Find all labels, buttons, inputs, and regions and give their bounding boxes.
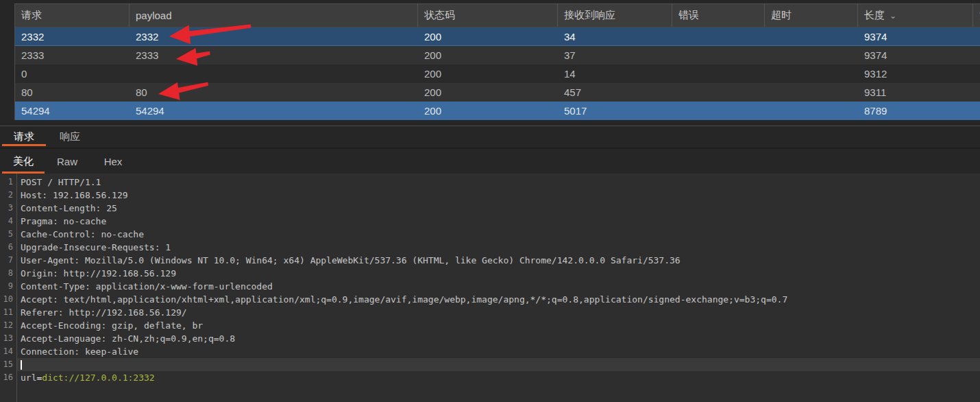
column-header-error[interactable]: 错误 bbox=[672, 4, 765, 27]
tab-label: 美化 bbox=[13, 155, 34, 168]
request-editor[interactable]: 1POST / HTTP/1.12Host: 192.168.56.1293Co… bbox=[0, 174, 980, 402]
editor-line-text: Accept-Language: zh-CN,zh;q=0.9,en;q=0.8 bbox=[17, 332, 980, 345]
column-header-label: 长度 bbox=[864, 9, 885, 22]
cell-length: 9374 bbox=[858, 27, 973, 45]
cell-error bbox=[672, 64, 765, 83]
editor-line: 15 bbox=[0, 358, 980, 371]
editor-line-text: Host: 192.168.56.129 bbox=[17, 189, 980, 202]
editor-line-text: url=dict://127.0.0.1:2332 bbox=[17, 371, 980, 384]
tab-label: Raw bbox=[57, 156, 77, 167]
editor-line: 11Referer: http://192.168.56.129/ bbox=[0, 306, 980, 319]
line-number: 10 bbox=[0, 293, 17, 306]
line-number: 16 bbox=[0, 371, 17, 384]
editor-line-text: Content-Type: application/x-www-form-url… bbox=[17, 280, 980, 293]
cell-received: 5017 bbox=[558, 102, 672, 120]
editor-line-text: Content-Length: 25 bbox=[17, 202, 980, 215]
cell-timeout bbox=[765, 46, 858, 64]
line-number: 6 bbox=[0, 241, 17, 254]
body-param-value: dict://127.0.0.1:2332 bbox=[42, 373, 154, 383]
editor-line-text: POST / HTTP/1.1 bbox=[17, 176, 980, 189]
body-param-plain: url bbox=[21, 373, 36, 383]
line-number: 3 bbox=[0, 202, 17, 215]
table-row[interactable]: 542945429420050178789 bbox=[15, 102, 980, 120]
line-number: 5 bbox=[0, 228, 17, 241]
table-row[interactable]: 23322332200349374 bbox=[15, 27, 980, 46]
cell-received: 34 bbox=[558, 27, 672, 45]
column-header-payload[interactable]: payload bbox=[130, 4, 418, 27]
tab-hex[interactable]: Hex bbox=[93, 149, 133, 174]
column-header-label: 超时 bbox=[771, 9, 792, 22]
cell-timeout bbox=[765, 64, 858, 83]
table-row[interactable]: 80802004579311 bbox=[15, 83, 980, 102]
cell-comment bbox=[973, 46, 980, 64]
intruder-results-table: 请求 payload 状态码 接收到响应 错误 超时 长度 ⌄ 注释 23322… bbox=[14, 3, 980, 120]
cell-timeout bbox=[765, 27, 858, 45]
tab-response[interactable]: 响应 bbox=[48, 126, 92, 147]
column-header-response-received[interactable]: 接收到响应 bbox=[558, 4, 672, 27]
line-number: 12 bbox=[0, 319, 17, 332]
tab-raw[interactable]: Raw bbox=[47, 149, 88, 174]
editor-line: 4Pragma: no-cache bbox=[0, 215, 980, 228]
editor-line: 12Accept-Encoding: gzip, deflate, br bbox=[0, 319, 980, 332]
cell-length: 8789 bbox=[858, 102, 973, 120]
cell-length: 9374 bbox=[858, 46, 973, 64]
table-row[interactable]: 0200149312 bbox=[15, 64, 980, 83]
cell-comment bbox=[973, 102, 980, 120]
message-tabs: 请求 响应 bbox=[0, 126, 980, 149]
editor-lines: 1POST / HTTP/1.12Host: 192.168.56.1293Co… bbox=[0, 174, 980, 384]
cell-received: 37 bbox=[558, 46, 672, 64]
table-header-row: 请求 payload 状态码 接收到响应 错误 超时 长度 ⌄ 注释 bbox=[15, 4, 980, 27]
editor-line-text: User-Agent: Mozilla/5.0 (Windows NT 10.0… bbox=[17, 254, 980, 267]
editor-line-text: Connection: keep-alive bbox=[17, 345, 980, 358]
editor-line-text: Origin: http://192.168.56.129 bbox=[17, 267, 980, 280]
tab-pretty[interactable]: 美化 bbox=[0, 149, 47, 174]
editor-line: 16url=dict://127.0.0.1:2332 bbox=[0, 371, 980, 384]
cell-length: 9312 bbox=[858, 64, 973, 83]
cell-comment bbox=[973, 83, 980, 102]
cell-request: 2332 bbox=[15, 27, 130, 45]
column-header-label: payload bbox=[136, 10, 172, 21]
cell-status: 200 bbox=[418, 64, 558, 83]
table-row[interactable]: 23332333200379374 bbox=[15, 46, 980, 64]
table-body: 2332233220034937423332333200379374020014… bbox=[15, 27, 980, 120]
editor-line-text: Upgrade-Insecure-Requests: 1 bbox=[17, 241, 980, 254]
editor-line-text: Referer: http://192.168.56.129/ bbox=[17, 306, 980, 319]
cell-length: 9311 bbox=[858, 83, 973, 102]
cell-request: 80 bbox=[15, 83, 130, 102]
chevron-down-icon: ⌄ bbox=[890, 12, 896, 20]
editor-line: 13Accept-Language: zh-CN,zh;q=0.9,en;q=0… bbox=[0, 332, 980, 345]
column-header-label: 接收到响应 bbox=[564, 9, 615, 22]
line-number: 1 bbox=[0, 176, 17, 189]
cell-received: 457 bbox=[558, 83, 672, 102]
column-header-label: 错误 bbox=[678, 9, 699, 22]
editor-line-text: Cache-Control: no-cache bbox=[17, 228, 980, 241]
cell-timeout bbox=[765, 102, 858, 120]
cell-error bbox=[672, 46, 765, 64]
editor-line: 5Cache-Control: no-cache bbox=[0, 228, 980, 241]
editor-line: 7User-Agent: Mozilla/5.0 (Windows NT 10.… bbox=[0, 254, 980, 267]
text-cursor bbox=[21, 360, 22, 370]
line-number: 9 bbox=[0, 280, 17, 293]
line-number: 13 bbox=[0, 332, 17, 345]
cell-status: 200 bbox=[418, 83, 558, 102]
editor-line: 6Upgrade-Insecure-Requests: 1 bbox=[0, 241, 980, 254]
cell-request: 2333 bbox=[15, 46, 130, 64]
cell-request: 54294 bbox=[15, 102, 130, 120]
column-header-request[interactable]: 请求 bbox=[15, 4, 130, 27]
tab-label: 请求 bbox=[14, 130, 34, 143]
editor-line: 1POST / HTTP/1.1 bbox=[0, 176, 980, 189]
column-header-comment[interactable]: 注释 bbox=[973, 4, 980, 27]
editor-line-text: Accept-Encoding: gzip, deflate, br bbox=[17, 319, 980, 332]
cell-status: 200 bbox=[418, 27, 558, 45]
cell-status: 200 bbox=[418, 102, 558, 120]
editor-line: 2Host: 192.168.56.129 bbox=[0, 189, 980, 202]
editor-line: 3Content-Length: 25 bbox=[0, 202, 980, 215]
column-header-timeout[interactable]: 超时 bbox=[765, 4, 858, 27]
editor-line: 10Accept: text/html,application/xhtml+xm… bbox=[0, 293, 980, 306]
tab-label: Hex bbox=[104, 156, 123, 167]
column-header-status[interactable]: 状态码 bbox=[418, 4, 558, 27]
line-number: 15 bbox=[0, 358, 17, 371]
column-header-label: 状态码 bbox=[424, 9, 455, 22]
column-header-length[interactable]: 长度 ⌄ bbox=[858, 4, 973, 27]
tab-request[interactable]: 请求 bbox=[0, 126, 48, 147]
